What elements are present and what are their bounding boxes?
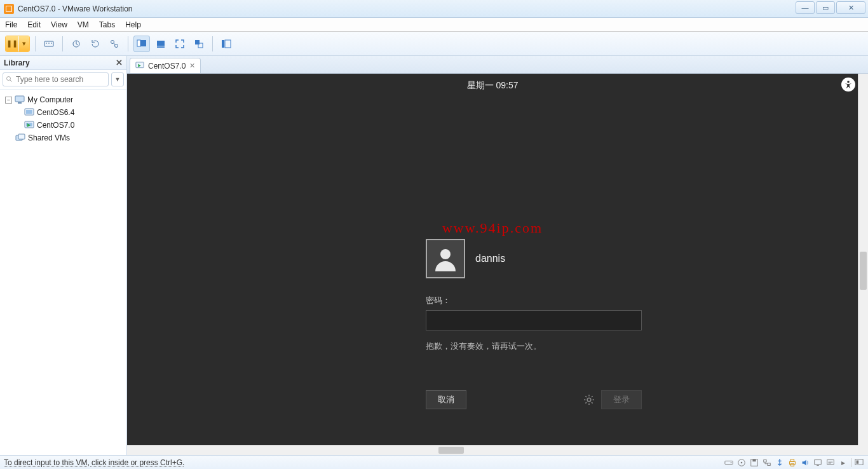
scrollbar-thumb[interactable]: [438, 447, 464, 454]
svg-rect-47: [857, 460, 859, 463]
window-title: CentOS7.0 - VMware Workstation: [18, 4, 133, 13]
maximize-button[interactable]: ▭: [816, 1, 835, 14]
svg-rect-18: [15, 96, 24, 102]
unity-icon: [194, 39, 204, 49]
avatar: [426, 239, 465, 278]
usb-icon[interactable]: [775, 458, 785, 468]
library-title: Library: [4, 58, 30, 67]
tree-node-shared-vms[interactable]: Shared VMs: [3, 132, 124, 144]
fullscreen-button[interactable]: [172, 36, 188, 52]
collapse-icon[interactable]: −: [5, 97, 12, 104]
power-control[interactable]: ❚❚ ▾: [5, 36, 30, 52]
power-dropdown-icon[interactable]: ▾: [19, 36, 29, 51]
accessibility-icon[interactable]: [841, 78, 855, 92]
revert-snapshot-button[interactable]: [87, 36, 104, 52]
snapshot-button[interactable]: [68, 36, 85, 52]
status-separator: [851, 458, 851, 467]
horizontal-scrollbar[interactable]: [127, 445, 858, 455]
minimize-button[interactable]: —: [796, 1, 815, 14]
vm-tab-label: CentOS7.0: [148, 62, 186, 71]
content-area: CentOS7.0 ✕ 星期一 09:57 www.94ip.com danni…: [127, 56, 868, 455]
vm-icon: [24, 108, 34, 117]
status-hint: To direct input to this VM, click inside…: [4, 458, 184, 467]
svg-point-5: [111, 40, 114, 43]
svg-rect-14: [222, 40, 224, 48]
svg-rect-12: [195, 40, 200, 44]
library-header: Library ✕: [0, 56, 126, 70]
svg-rect-41: [790, 459, 794, 461]
svg-rect-26: [18, 134, 25, 139]
menu-file[interactable]: File: [5, 20, 17, 29]
gear-icon[interactable]: [583, 394, 595, 405]
library-search-input[interactable]: [16, 75, 105, 84]
shared-vms-icon: [15, 133, 25, 142]
library-search-dropdown[interactable]: ▼: [111, 72, 124, 86]
sound-icon[interactable]: [800, 458, 810, 468]
toolbar-separator: [35, 36, 36, 51]
svg-point-33: [731, 462, 732, 463]
display-icon[interactable]: [813, 458, 823, 468]
library-search-box[interactable]: [3, 72, 109, 86]
tree-label-my-computer: My Computer: [27, 95, 73, 104]
svg-rect-43: [815, 459, 822, 464]
thumbnail-view-button[interactable]: [153, 36, 169, 52]
window-controls: — ▭ ✕: [796, 1, 865, 14]
menu-tabs[interactable]: Tabs: [99, 20, 115, 29]
tree-node-my-computer[interactable]: − My Computer: [3, 93, 124, 106]
toolbar: ❚❚ ▾: [0, 32, 868, 56]
library-close-button[interactable]: ✕: [116, 58, 123, 67]
svg-rect-19: [18, 102, 22, 104]
password-input[interactable]: [426, 310, 642, 330]
guest-clock: 星期一 09:57: [127, 80, 858, 92]
menu-view[interactable]: View: [51, 20, 67, 29]
toolbar-separator: [212, 36, 213, 51]
library-panel: Library ✕ ▼ − My Computer CentOS6: [0, 56, 127, 455]
network-icon[interactable]: [762, 458, 772, 468]
menu-edit[interactable]: Edit: [27, 20, 41, 29]
svg-point-6: [115, 44, 118, 47]
tree-node-centos70[interactable]: CentOS7.0: [3, 119, 124, 132]
send-ctrl-alt-del-button[interactable]: [41, 36, 57, 52]
svg-line-7: [114, 43, 115, 44]
vm-screen-container: 星期一 09:57 www.94ip.com dannis 密码： 抱歉，没有奏…: [127, 74, 868, 455]
tab-close-button[interactable]: ✕: [189, 62, 195, 70]
input-grab-icon[interactable]: [854, 458, 864, 468]
svg-rect-11: [157, 46, 165, 48]
snapshot-manager-button[interactable]: [106, 36, 123, 52]
menu-help[interactable]: Help: [125, 20, 141, 29]
vertical-scrollbar[interactable]: [858, 74, 868, 445]
close-button[interactable]: ✕: [836, 1, 865, 14]
console-view-icon: [137, 39, 147, 49]
svg-point-29: [847, 81, 850, 83]
revert-icon: [90, 39, 100, 49]
message-icon[interactable]: [825, 458, 836, 468]
cdrom-icon[interactable]: [736, 458, 747, 468]
main-area: Library ✕ ▼ − My Computer CentOS6: [0, 56, 868, 455]
cancel-button[interactable]: 取消: [426, 390, 466, 409]
svg-rect-39: [768, 463, 770, 465]
vm-tab-centos70[interactable]: CentOS7.0 ✕: [130, 58, 201, 73]
tree-node-centos64[interactable]: CentOS6.4: [3, 106, 124, 119]
keyboard-icon: [44, 39, 54, 49]
login-button[interactable]: 登录: [601, 390, 642, 409]
thumbnail-icon: [156, 39, 166, 49]
vm-tabbar: CentOS7.0 ✕: [127, 56, 868, 74]
vm-console[interactable]: 星期一 09:57 www.94ip.com dannis 密码： 抱歉，没有奏…: [127, 74, 858, 445]
scrollbar-thumb[interactable]: [860, 252, 867, 290]
printer-icon[interactable]: [787, 458, 797, 468]
svg-line-17: [10, 80, 12, 82]
password-label: 密码：: [426, 295, 642, 306]
vm-running-icon: [135, 62, 144, 71]
power-on-icon[interactable]: ❚❚: [6, 36, 18, 51]
floppy-icon[interactable]: [749, 458, 759, 468]
harddisk-icon[interactable]: [724, 458, 734, 468]
chevron-right-icon[interactable]: ▸: [838, 458, 848, 468]
tree-label-centos70: CentOS7.0: [37, 121, 74, 130]
toggle-library-button[interactable]: [218, 36, 234, 52]
search-icon: [6, 76, 13, 83]
svg-point-30: [440, 249, 451, 259]
menu-vm[interactable]: VM: [78, 20, 89, 29]
unity-button[interactable]: [191, 36, 207, 52]
login-right-group: 登录: [583, 390, 642, 409]
show-console-button[interactable]: [133, 36, 150, 52]
